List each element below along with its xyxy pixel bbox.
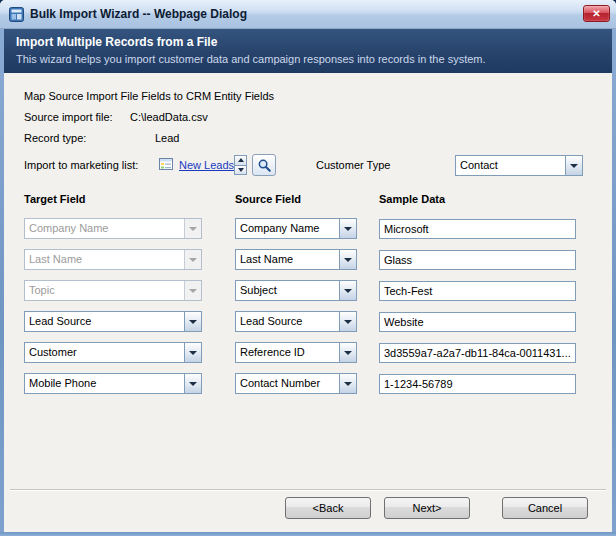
record-type-value: Lead bbox=[155, 132, 179, 144]
titlebar[interactable]: Bulk Import Wizard -- Webpage Dialog ✕ bbox=[0, 0, 616, 29]
window-frame-right bbox=[612, 29, 616, 536]
target-field-combo[interactable]: Customer bbox=[24, 342, 202, 363]
spinner-down-icon bbox=[238, 168, 244, 172]
map-heading: Map Source Import File Fields to CRM Ent… bbox=[24, 90, 274, 102]
mapping-row: Customer Reference ID 3d3559a7-a2a7-db11… bbox=[0, 342, 616, 364]
dropdown-arrow-icon bbox=[565, 156, 582, 175]
sample-data-box[interactable]: 3d3559a7-a2a7-db11-84ca-0011431... bbox=[379, 343, 576, 363]
window-frame-left bbox=[0, 29, 4, 536]
wizard-title: Import Multiple Records from a File bbox=[16, 35, 217, 49]
target-field-combo[interactable]: Company Name bbox=[24, 218, 202, 239]
dropdown-arrow-icon bbox=[184, 312, 201, 331]
dropdown-arrow-icon bbox=[184, 281, 201, 300]
source-file-value: C:\leadData.csv bbox=[130, 111, 208, 123]
target-field-combo[interactable]: Mobile Phone bbox=[24, 373, 202, 394]
marketing-list-icon bbox=[158, 156, 174, 172]
mapping-row: Last Name Last Name Glass bbox=[0, 249, 616, 271]
mapping-row: Mobile Phone Contact Number 1-1234-56789 bbox=[0, 373, 616, 395]
column-header-sample: Sample Data bbox=[379, 193, 445, 205]
dropdown-arrow-icon bbox=[184, 219, 201, 238]
wizard-header: Import Multiple Records from a File This… bbox=[4, 29, 612, 73]
cancel-button[interactable]: Cancel bbox=[502, 497, 588, 519]
mapping-row: Company Name Company Name Microsoft bbox=[0, 218, 616, 240]
source-field-combo[interactable]: Subject bbox=[235, 280, 357, 301]
sample-data-box[interactable]: 1-1234-56789 bbox=[379, 374, 576, 394]
marketing-list-label: Import to marketing list: bbox=[24, 159, 138, 171]
spinner-up-icon bbox=[238, 158, 244, 162]
footer-divider bbox=[10, 489, 606, 491]
source-field-combo[interactable]: Lead Source bbox=[235, 311, 357, 332]
close-button[interactable]: ✕ bbox=[583, 5, 610, 22]
dropdown-arrow-icon bbox=[184, 374, 201, 393]
mapping-row: Topic Subject Tech-Fest bbox=[0, 280, 616, 302]
dropdown-arrow-icon bbox=[339, 219, 356, 238]
source-field-combo[interactable]: Last Name bbox=[235, 249, 357, 270]
dropdown-arrow-icon bbox=[184, 250, 201, 269]
close-icon: ✕ bbox=[592, 8, 600, 19]
source-file-label: Source import file: bbox=[24, 111, 113, 123]
next-button[interactable]: Next> bbox=[384, 497, 470, 519]
marketing-list-spinner bbox=[234, 155, 247, 175]
mapping-row: Lead Source Lead Source Website bbox=[0, 311, 616, 333]
column-header-source: Source Field bbox=[235, 193, 301, 205]
spinner-down-button[interactable] bbox=[235, 165, 246, 175]
column-header-target: Target Field bbox=[24, 193, 86, 205]
dropdown-arrow-icon bbox=[339, 250, 356, 269]
target-field-combo[interactable]: Topic bbox=[24, 280, 202, 301]
dropdown-arrow-icon bbox=[184, 343, 201, 362]
window-title: Bulk Import Wizard -- Webpage Dialog bbox=[30, 0, 247, 29]
dropdown-arrow-icon bbox=[339, 374, 356, 393]
customer-type-label: Customer Type bbox=[316, 159, 390, 171]
customer-type-combo[interactable]: Contact bbox=[455, 155, 583, 176]
source-field-combo[interactable]: Reference ID bbox=[235, 342, 357, 363]
customer-type-value: Contact bbox=[456, 156, 565, 175]
back-button[interactable]: <Back bbox=[285, 497, 371, 519]
marketing-list-link[interactable]: New Leads bbox=[179, 159, 234, 171]
sample-data-box[interactable]: Tech-Fest bbox=[379, 281, 576, 301]
record-type-label: Record type: bbox=[24, 132, 86, 144]
window-frame-bottom bbox=[0, 532, 616, 536]
dialog-window: Bulk Import Wizard -- Webpage Dialog ✕ I… bbox=[0, 0, 616, 536]
source-field-combo[interactable]: Contact Number bbox=[235, 373, 357, 394]
sample-data-box[interactable]: Website bbox=[379, 312, 576, 332]
target-field-combo[interactable]: Last Name bbox=[24, 249, 202, 270]
app-icon bbox=[9, 7, 24, 22]
wizard-subtitle: This wizard helps you import customer da… bbox=[16, 53, 486, 65]
dropdown-arrow-icon bbox=[339, 312, 356, 331]
sample-data-box[interactable]: Microsoft bbox=[379, 219, 576, 239]
sample-data-box[interactable]: Glass bbox=[379, 250, 576, 270]
lookup-button[interactable] bbox=[252, 154, 276, 176]
target-field-combo[interactable]: Lead Source bbox=[24, 311, 202, 332]
source-field-combo[interactable]: Company Name bbox=[235, 218, 357, 239]
dropdown-arrow-icon bbox=[339, 281, 356, 300]
magnifier-icon bbox=[257, 158, 272, 173]
dropdown-arrow-icon bbox=[339, 343, 356, 362]
spinner-up-button[interactable] bbox=[235, 156, 246, 165]
